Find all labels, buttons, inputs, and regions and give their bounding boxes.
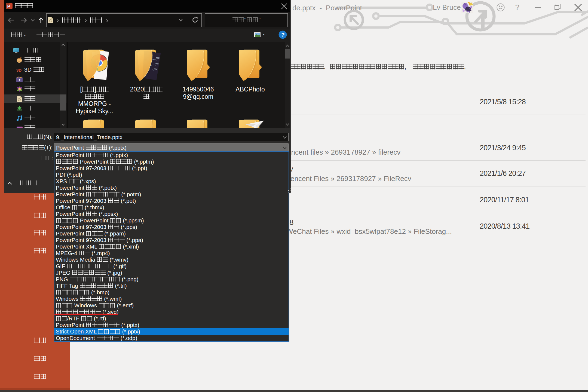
svg-text:?: ? <box>281 32 285 38</box>
svg-text:P: P <box>7 4 10 9</box>
svg-text:3D: 3D <box>16 68 22 72</box>
svg-text:?: ? <box>515 3 519 12</box>
